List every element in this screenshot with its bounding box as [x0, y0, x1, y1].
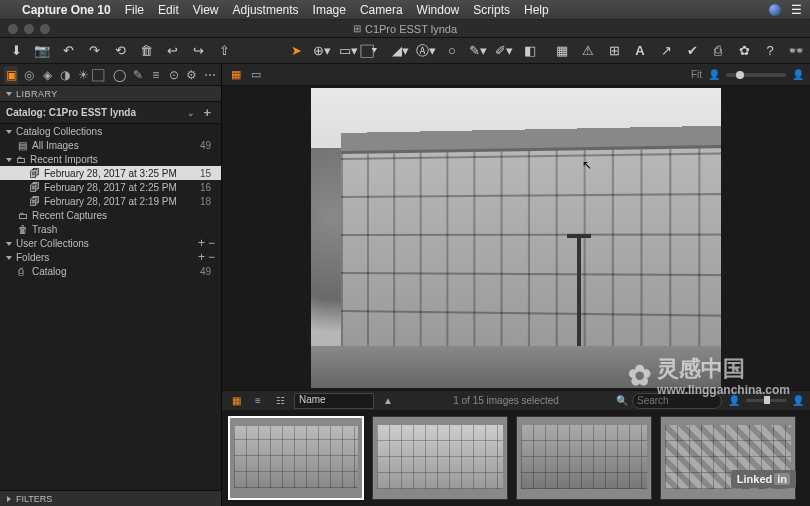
menu-file[interactable]: File	[125, 3, 144, 17]
eraser-tool[interactable]: ✐▾	[494, 41, 514, 61]
tooltab-output[interactable]: ⊙	[167, 66, 181, 84]
browser-list-icon[interactable]: ≡	[250, 393, 266, 409]
content-area: ▦ ▭ Fit 👤 👤 ↖ ▦ ≡ ☷ Name	[222, 64, 810, 506]
pin-icon[interactable]: ↗	[656, 41, 676, 61]
zoom-slider[interactable]	[726, 73, 786, 77]
forward-button[interactable]: ↪	[188, 41, 208, 61]
import-icon: 🗐	[30, 182, 44, 193]
tooltab-lens[interactable]: ◈	[40, 66, 54, 84]
tree-trash[interactable]: 🗑 Trash	[0, 222, 221, 236]
thumbnail-1[interactable]	[372, 416, 508, 500]
browser-toolbar: ▦ ≡ ☷ Name ▲ 1 of 15 images selected 🔍 👤…	[222, 390, 810, 410]
sort-dropdown[interactable]: Name	[294, 393, 374, 409]
menu-help[interactable]: Help	[524, 3, 549, 17]
person-icon-2[interactable]: 👤	[792, 69, 804, 80]
annotate-icon[interactable]: A	[630, 41, 650, 61]
check-icon[interactable]: ✔	[682, 41, 702, 61]
gradient-tool[interactable]: ◧	[520, 41, 540, 61]
person-icon[interactable]: 👤	[708, 69, 720, 80]
tooltab-batch[interactable]: ⚙	[185, 66, 199, 84]
spot-tool[interactable]: ○	[442, 41, 462, 61]
reset-button[interactable]: ⟲	[110, 41, 130, 61]
menu-window[interactable]: Window	[417, 3, 460, 17]
thumbnail-2[interactable]	[516, 416, 652, 500]
move-tool[interactable]: ▭▾	[338, 41, 358, 61]
tree-import-2[interactable]: 🗐 February 28, 2017 at 2:19 PM 18	[0, 194, 221, 208]
tooltab-crop[interactable]: ⃞	[94, 66, 108, 84]
filters-header[interactable]: FILTERS	[0, 490, 221, 506]
menu-image[interactable]: Image	[313, 3, 346, 17]
tree-folders[interactable]: Folders + −	[0, 250, 221, 264]
redo-button[interactable]: ↷	[84, 41, 104, 61]
keystone-tool[interactable]: Ⓐ▾	[416, 41, 436, 61]
browser-grid-icon[interactable]: ▦	[228, 393, 244, 409]
pattern-icon[interactable]: ⊞	[604, 41, 624, 61]
add-collection-button[interactable]: +	[195, 236, 205, 250]
thumb-size-slider[interactable]	[746, 399, 786, 402]
menu-adjustments[interactable]: Adjustments	[233, 3, 299, 17]
browser-filmstrip-icon[interactable]: ☷	[272, 393, 288, 409]
crop-tool[interactable]: ⃞▾	[364, 41, 384, 61]
title-icon: ⊞	[353, 23, 361, 34]
menu-view[interactable]: View	[193, 3, 219, 17]
back-button[interactable]: ↩	[162, 41, 182, 61]
menu-scripts[interactable]: Scripts	[473, 3, 510, 17]
image-viewer[interactable]: ↖	[222, 86, 810, 390]
tree-import-0[interactable]: 🗐 February 28, 2017 at 3:25 PM 15	[0, 166, 221, 180]
tree-recent-captures[interactable]: 🗀 Recent Captures	[0, 208, 221, 222]
view-single-icon[interactable]: ▭	[248, 67, 264, 83]
remove-folder-button[interactable]: −	[205, 250, 215, 264]
tree-all-images[interactable]: ▤ All Images 49	[0, 138, 221, 152]
settings-icon[interactable]: ✿	[734, 41, 754, 61]
menu-extra-icon[interactable]: ☰	[791, 3, 802, 17]
tooltab-meta[interactable]: ≡	[149, 66, 163, 84]
app-name[interactable]: Capture One 10	[22, 3, 111, 17]
import-button[interactable]: ⬇	[6, 41, 26, 61]
add-folder-button[interactable]: +	[195, 250, 205, 264]
person-filter-icon-2[interactable]: 👤	[792, 395, 804, 406]
tree-user-collections[interactable]: User Collections + −	[0, 236, 221, 250]
status-indicator-icon[interactable]	[769, 4, 781, 16]
undo-button[interactable]: ↶	[58, 41, 78, 61]
capture-button[interactable]: 📷	[32, 41, 52, 61]
catalog-add-button[interactable]: +	[199, 105, 215, 120]
tree-catalog-collections[interactable]: Catalog Collections	[0, 124, 221, 138]
tree-catalog-item[interactable]: ⎙ Catalog 49	[0, 264, 221, 278]
tooltab-more[interactable]: ⋯	[203, 66, 217, 84]
menu-edit[interactable]: Edit	[158, 3, 179, 17]
warning-icon[interactable]: ⚠	[578, 41, 598, 61]
brush-tool[interactable]: ✎▾	[468, 41, 488, 61]
folder-icon: 🗀	[18, 210, 32, 221]
viewer-toolbar: ▦ ▭ Fit 👤 👤	[222, 64, 810, 86]
catalog-label: Catalog: C1Pro ESST lynda	[6, 107, 136, 118]
grid-icon[interactable]: ▦	[552, 41, 572, 61]
tooltab-adjust[interactable]: ✎	[131, 66, 145, 84]
print-icon[interactable]: ⎙	[708, 41, 728, 61]
tree-recent-imports[interactable]: 🗀 Recent Imports	[0, 152, 221, 166]
catalog-selector[interactable]: Catalog: C1Pro ESST lynda ⌄ +	[0, 102, 221, 124]
tree-import-1[interactable]: 🗐 February 28, 2017 at 2:25 PM 16	[0, 180, 221, 194]
cursor-tool[interactable]: ➤	[286, 41, 306, 61]
window-controls[interactable]	[8, 24, 50, 34]
folder-icon: 🗀	[16, 154, 30, 165]
export-button[interactable]: ⇧	[214, 41, 234, 61]
help-icon[interactable]: ?	[760, 41, 780, 61]
delete-button[interactable]: 🗑	[136, 41, 156, 61]
search-input[interactable]	[632, 393, 722, 409]
tooltab-details[interactable]: ◯	[112, 66, 126, 84]
tooltab-color[interactable]: ◑	[58, 66, 72, 84]
tooltab-library[interactable]: ▣	[4, 66, 18, 84]
hand-tool[interactable]: ⊕▾	[312, 41, 332, 61]
catalog-dropdown-icon[interactable]: ⌄	[183, 108, 199, 118]
sort-direction-icon[interactable]: ▲	[380, 393, 396, 409]
remove-collection-button[interactable]: −	[205, 236, 215, 250]
glasses-icon[interactable]: 👓	[786, 41, 806, 61]
person-filter-icon[interactable]: 👤	[728, 395, 740, 406]
thumbnail-0[interactable]	[228, 416, 364, 500]
straighten-tool[interactable]: ◢▾	[390, 41, 410, 61]
menu-camera[interactable]: Camera	[360, 3, 403, 17]
tooltab-capture[interactable]: ◎	[22, 66, 36, 84]
tooltab-exposure[interactable]: ☀	[76, 66, 90, 84]
library-header[interactable]: LIBRARY	[0, 86, 221, 102]
view-grid-icon[interactable]: ▦	[228, 67, 244, 83]
